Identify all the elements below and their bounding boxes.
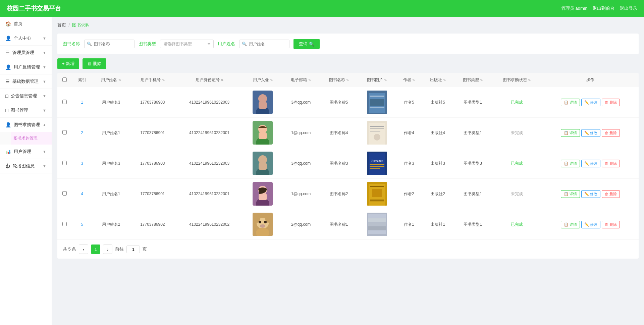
detail-button[interactable]: 📋 详情: [561, 160, 580, 167]
svg-point-44: [264, 221, 267, 223]
svg-rect-15: [370, 126, 384, 127]
sidebar-item-announcement[interactable]: □ 公告信息管理 ▼: [0, 89, 52, 103]
batch-delete-button[interactable]: 🗑 删除: [83, 58, 106, 69]
sort-icon-status: ⇅: [528, 78, 531, 82]
row-bookimg: Romance: [358, 148, 396, 179]
pagination-page-1[interactable]: 1: [91, 245, 100, 254]
row-index-link[interactable]: 2: [81, 130, 83, 135]
add-button[interactable]: + 新增: [57, 58, 79, 69]
row-email: 1@qq.com: [282, 118, 320, 148]
row-select-checkbox[interactable]: [62, 191, 67, 196]
row-username: 用户姓名3: [92, 87, 130, 118]
action-buttons: 📋 详情 ✏️ 修改 🗑 删除: [544, 99, 636, 106]
pagination-goto-input[interactable]: [126, 246, 140, 253]
sidebar-item-home[interactable]: 🏠 首页: [0, 17, 52, 31]
data-table-wrap: 索引 用户姓名 ⇅ 用户手机号 ⇅ 用户身份证号 ⇅ 用户头像 ⇅ 电子邮箱 ⇅…: [57, 73, 639, 259]
search-icon: 🔍: [87, 42, 92, 46]
person-icon: 👤: [5, 36, 11, 41]
sidebar-item-book-purchase-mgmt[interactable]: 图书求购管理: [11, 132, 52, 145]
detail-button[interactable]: 📋 详情: [561, 129, 580, 137]
logout-btn[interactable]: 退出登录: [620, 5, 637, 11]
row-bookname: 图书名称1: [320, 209, 358, 240]
pagination: 共 5 条 ‹ 1 › 前往 页: [57, 240, 639, 259]
data-table: 索引 用户姓名 ⇅ 用户手机号 ⇅ 用户身份证号 ⇅ 用户头像 ⇅ 电子邮箱 ⇅…: [57, 73, 639, 240]
sidebar-item-personal[interactable]: 👤 个人中心 ▼: [0, 31, 52, 46]
delete-button[interactable]: 🗑 删除: [602, 190, 620, 198]
svg-rect-14: [369, 123, 385, 145]
detail-button[interactable]: 📋 详情: [561, 99, 580, 106]
book-image: [367, 91, 387, 114]
row-publisher: 出版社3: [422, 148, 454, 179]
row-index: 3: [72, 148, 92, 179]
select-all-checkbox[interactable]: [62, 77, 67, 82]
sidebar-item-base-data[interactable]: ☰ 基础数据管理 ▼: [0, 74, 52, 89]
row-index-link[interactable]: 1: [81, 100, 83, 105]
edit-button[interactable]: ✏️ 修改: [581, 160, 600, 167]
row-status: 未完成: [492, 179, 542, 209]
detail-button[interactable]: 📋 详情: [561, 190, 580, 198]
table-header-row: 索引 用户姓名 ⇅ 用户手机号 ⇅ 用户身份证号 ⇅ 用户头像 ⇅ 电子邮箱 ⇅…: [57, 73, 639, 87]
row-select-checkbox[interactable]: [62, 161, 67, 165]
action-buttons: 📋 详情 ✏️ 修改 🗑 删除: [544, 190, 636, 198]
table-row: 4 用户姓名1 17703786901 410224199610232001 1…: [57, 179, 639, 209]
row-booktype: 图书类型1: [454, 118, 492, 148]
pagination-prev[interactable]: ‹: [79, 245, 88, 254]
row-author: 作者1: [396, 209, 422, 240]
book-type-select[interactable]: 请选择图书类型: [160, 40, 214, 48]
row-checkbox: [57, 148, 72, 179]
user-mgmt-icon: 📊: [5, 149, 11, 154]
chevron-up-icon: ▲: [43, 123, 46, 127]
announcement-icon: □: [5, 93, 8, 99]
sidebar-item-home-label: 首页: [14, 21, 22, 27]
sidebar-item-book-purchase[interactable]: 👤 图书求购管理 ▲: [0, 118, 52, 132]
delete-button[interactable]: 🗑 删除: [602, 221, 620, 228]
breadcrumb-home[interactable]: 首页: [57, 22, 66, 28]
row-actions: 📋 详情 ✏️ 修改 🗑 删除: [542, 179, 639, 209]
header-actions: 管理员 admin 退出到前台 退出登录: [561, 5, 637, 11]
book-image: [367, 213, 387, 236]
delete-button[interactable]: 🗑 删除: [602, 99, 620, 106]
th-username: 用户姓名 ⇅: [92, 73, 130, 87]
svg-rect-17: [370, 131, 380, 131]
row-bookname: 图书名称5: [320, 87, 358, 118]
delete-button[interactable]: 🗑 删除: [602, 129, 620, 137]
row-index: 4: [72, 179, 92, 209]
edit-button[interactable]: ✏️ 修改: [581, 99, 600, 106]
row-index-link[interactable]: 4: [81, 192, 83, 196]
sidebar-item-carousel-label: 轮播图信息: [13, 163, 35, 169]
row-email: 2@qq.com: [282, 209, 320, 240]
query-button[interactable]: 查询 🔍: [293, 39, 320, 49]
row-index-link[interactable]: 5: [81, 222, 83, 227]
row-select-checkbox[interactable]: [62, 222, 67, 226]
row-phone: 17703786901: [130, 118, 175, 148]
sidebar-item-feedback[interactable]: 👤 用户反馈管理 ▼: [0, 60, 52, 74]
edit-button[interactable]: ✏️ 修改: [581, 221, 600, 228]
svg-rect-3: [259, 102, 267, 109]
edit-button[interactable]: ✏️ 修改: [581, 190, 600, 198]
row-select-checkbox[interactable]: [62, 130, 67, 134]
sidebar-item-book-mgmt[interactable]: □ 图书管理 ▼: [0, 103, 52, 118]
back-frontend-btn[interactable]: 退出到前台: [593, 5, 614, 11]
row-index-link[interactable]: 3: [81, 161, 83, 166]
sidebar-item-admin[interactable]: ☰ 管理员管理 ▼: [0, 46, 52, 60]
sidebar-item-carousel[interactable]: ⏻ 轮播图信息 ▼: [0, 159, 52, 173]
svg-rect-7: [370, 99, 384, 106]
sidebar-item-personal-label: 个人中心: [14, 35, 31, 41]
table-row: 5 用户姓名2 17703786902 410224199610232002 2…: [57, 209, 639, 240]
detail-button[interactable]: 📋 详情: [561, 221, 580, 228]
pagination-next[interactable]: ›: [103, 245, 112, 254]
book-icon: □: [5, 108, 8, 113]
edit-button[interactable]: ✏️ 修改: [581, 129, 600, 137]
delete-button[interactable]: 🗑 删除: [602, 160, 620, 167]
th-phone: 用户手机号 ⇅: [130, 73, 175, 87]
breadcrumb-current: 图书求购: [72, 22, 90, 28]
row-avatar: [244, 209, 282, 240]
layout: 🏠 首页 👤 个人中心 ▼ ☰ 管理员管理 ▼ 👤 用户反馈管理 ▼ ☰ 基础数…: [0, 17, 644, 325]
row-actions: 📋 详情 ✏️ 修改 🗑 删除: [542, 148, 639, 179]
th-index: 索引: [72, 73, 92, 87]
row-booktype: 图书类型1: [454, 87, 492, 118]
row-select-checkbox[interactable]: [62, 100, 67, 104]
query-icon: 🔍: [309, 42, 314, 47]
row-bookimg: [358, 118, 396, 148]
sidebar-item-user-mgmt[interactable]: 📊 用户管理 ▼: [0, 145, 52, 159]
